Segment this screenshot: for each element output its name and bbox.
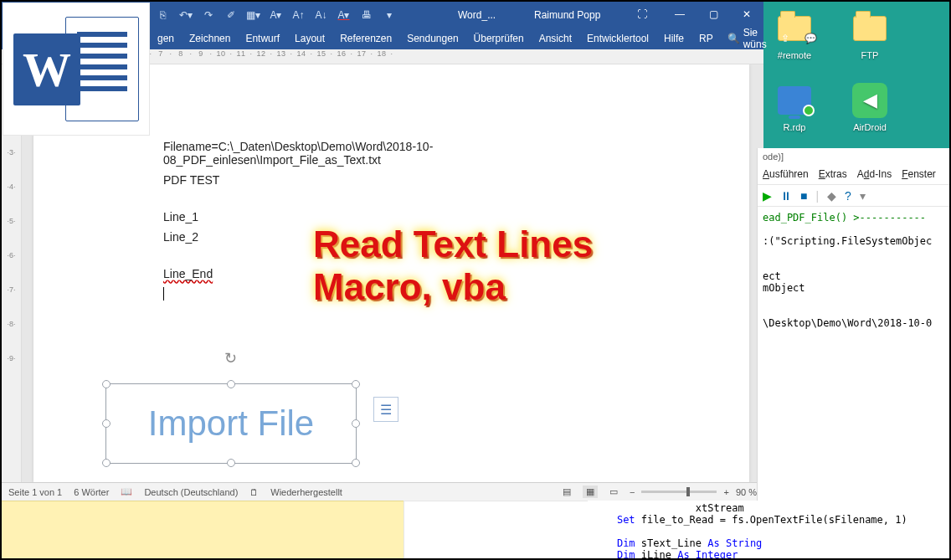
vbe-menu-addins[interactable]: Add-Ins xyxy=(857,168,892,182)
tab-hilfe[interactable]: Hilfe xyxy=(656,28,691,49)
word-logo-letter: W xyxy=(13,33,80,105)
resize-handle[interactable] xyxy=(227,380,235,388)
view-readmode-icon[interactable]: ▤ xyxy=(563,486,571,497)
status-saved: Wiederhergestellt xyxy=(270,487,342,497)
resize-handle[interactable] xyxy=(102,419,111,428)
resize-handle[interactable] xyxy=(352,419,360,428)
document-title: Word_... xyxy=(458,9,496,21)
desktop-icon-label: R.rdp xyxy=(784,122,806,132)
tab-layout[interactable]: Layout xyxy=(287,28,332,49)
resize-handle[interactable] xyxy=(352,380,360,388)
fullscreen-icon[interactable]: ⛶ xyxy=(628,2,655,27)
tell-me-search[interactable]: 🔍 Sie wüns xyxy=(721,28,774,49)
vbe-title-fragment: ode)] xyxy=(758,148,949,167)
desktop-icon-ftp[interactable]: FTP xyxy=(843,10,897,60)
resize-handle[interactable] xyxy=(102,459,111,467)
vbe-menu-extras[interactable]: Extras xyxy=(819,168,847,182)
doc-line[interactable]: Line_1 xyxy=(163,210,619,223)
tab-ueberpruefen[interactable]: Überprüfen xyxy=(466,28,532,49)
break-icon[interactable]: ⏸ xyxy=(780,189,792,203)
design-icon[interactable]: ◆ xyxy=(827,189,836,203)
track-icon[interactable]: 🗒 xyxy=(249,487,259,497)
font-grow-icon[interactable]: A↑ xyxy=(291,8,306,22)
tab-zeichnen[interactable]: Zeichnen xyxy=(182,28,238,49)
table-icon[interactable]: ▦▾ xyxy=(246,8,260,22)
zoom-in-button[interactable]: + xyxy=(723,487,728,497)
view-print-icon[interactable]: ▦ xyxy=(583,486,598,498)
print-icon[interactable]: 🖶 xyxy=(359,8,373,22)
divider: | xyxy=(815,189,819,203)
font-shrink-icon[interactable]: A↓ xyxy=(314,8,328,22)
vbe-toolbar: ▶ ⏸ ■ | ◆ ? ▾ xyxy=(758,185,949,207)
resize-handle[interactable] xyxy=(352,459,360,467)
undo-icon[interactable]: ↶▾ xyxy=(178,8,193,22)
font-a-icon[interactable]: A▾ xyxy=(269,8,283,22)
tab-entwicklertool[interactable]: Entwicklertool xyxy=(579,28,656,49)
doc-line[interactable]: Line_End xyxy=(163,267,619,280)
tab-ansicht[interactable]: Ansicht xyxy=(532,28,579,49)
vba-editor: ode)] Ausführen Extras Add-Ins Fenster ▶… xyxy=(757,148,949,560)
doc-line[interactable]: Line_2 xyxy=(163,230,619,244)
doc-line[interactable]: PDF TEST xyxy=(163,173,619,187)
word-logo: W xyxy=(3,3,150,136)
view-web-icon[interactable]: ▭ xyxy=(609,486,618,497)
zoom-percent[interactable]: 90 % xyxy=(736,487,757,497)
user-name: Raimund Popp xyxy=(534,9,600,21)
statusbar: Seite 1 von 1 6 Wörter 📖 Deutsch (Deutsc… xyxy=(2,482,763,501)
text-cursor xyxy=(163,287,619,301)
format-painter-icon[interactable]: ✐ xyxy=(224,8,238,22)
status-words[interactable]: 6 Wörter xyxy=(74,487,109,497)
font-color-icon[interactable]: A▾ xyxy=(337,8,351,22)
vbe-code-bottom[interactable]: xtStream Set file_to_Read = fs.OpenTextF… xyxy=(588,501,951,560)
vbe-menu-fenster[interactable]: Fenster xyxy=(902,168,936,182)
proofing-icon[interactable]: 📖 xyxy=(121,486,132,497)
vbe-code-pane[interactable]: ead_PDF_File() >----------- :("Scripting… xyxy=(758,207,949,334)
bottom-yellow-panel xyxy=(2,501,404,560)
desktop-icon-rdp[interactable]: R.rdp xyxy=(768,82,821,132)
resize-handle[interactable] xyxy=(102,380,111,388)
textbox-import-file[interactable]: Import File ↻ xyxy=(105,383,357,464)
run-icon[interactable]: ▶ xyxy=(763,189,772,203)
layout-options-icon[interactable]: ☰ xyxy=(373,397,398,422)
help-icon[interactable]: ? xyxy=(845,189,851,203)
vbe-menu-ausfuehren[interactable]: Ausführen xyxy=(763,168,809,182)
autosave-icon[interactable]: ⎘ xyxy=(156,8,170,22)
vbe-menubar: Ausführen Extras Add-Ins Fenster xyxy=(758,167,949,185)
tab-einfugen[interactable]: gen xyxy=(150,28,182,49)
tab-rp[interactable]: RP xyxy=(691,28,721,49)
qat-customize-icon[interactable]: ▾ xyxy=(382,8,396,22)
redo-icon[interactable]: ↷ xyxy=(201,8,215,22)
tab-entwurf[interactable]: Entwurf xyxy=(238,28,287,49)
status-language[interactable]: Deutsch (Deutschland) xyxy=(144,487,238,497)
tab-referenzen[interactable]: Referenzen xyxy=(332,28,399,49)
tell-me-text: Sie wüns xyxy=(743,27,767,50)
doc-line[interactable]: Filename=C:\_Daten\Desktop\Demo\Word\201… xyxy=(163,140,619,167)
dropdown-icon[interactable]: ▾ xyxy=(860,189,866,203)
desktop-icon-airdroid[interactable]: ◀ AirDroid xyxy=(843,82,897,132)
desktop-area: #remote FTP R.rdp ◀ AirDroid xyxy=(761,2,949,148)
stop-icon[interactable]: ■ xyxy=(800,189,807,203)
search-icon: 🔍 xyxy=(727,33,740,44)
desktop-icon-label: #remote xyxy=(778,50,811,60)
maximize-button[interactable]: ▢ xyxy=(697,2,730,27)
share-icon[interactable]: ⇪ xyxy=(774,28,797,49)
desktop-icon-label: AirDroid xyxy=(853,122,887,132)
zoom-slider[interactable] xyxy=(641,491,717,493)
resize-handle[interactable] xyxy=(227,459,235,467)
status-page[interactable]: Seite 1 von 1 xyxy=(8,487,62,497)
minimize-button[interactable]: — xyxy=(663,2,697,27)
rotate-handle-icon[interactable]: ↻ xyxy=(224,349,237,367)
close-button[interactable]: ✕ xyxy=(730,2,763,27)
tab-sendungen[interactable]: Sendungen xyxy=(399,28,465,49)
comments-icon[interactable]: 💬 xyxy=(797,28,825,49)
desktop-icon-label: FTP xyxy=(861,50,879,60)
textbox-text: Import File xyxy=(148,403,314,444)
zoom-out-button[interactable]: − xyxy=(630,487,635,497)
